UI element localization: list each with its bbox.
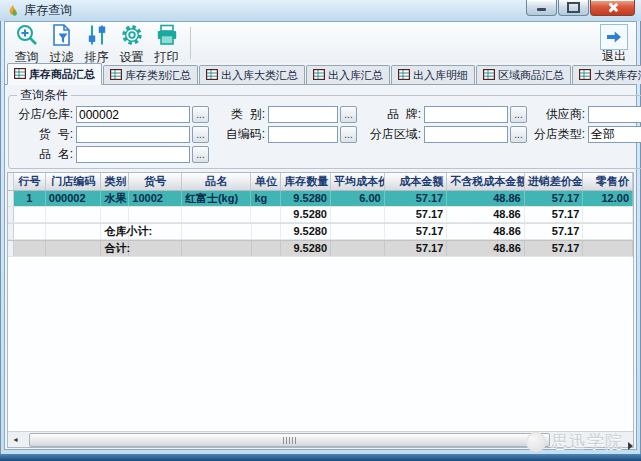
brand-browse-button[interactable]: ... (510, 106, 527, 123)
grid-header: 行号门店编码类别货号品名单位库存数量平均成本价成本金额不含税成本金额进销差价金额… (8, 173, 633, 191)
exit-arrow-icon (600, 24, 628, 50)
table-row-selected[interactable]: 1000002水果10002红富士(kg)kg9.52806.0057.1748… (8, 191, 633, 207)
tab-grid-icon (398, 69, 410, 82)
cell-11 (583, 207, 633, 222)
cell-4 (182, 224, 252, 239)
tab-grid-icon (313, 69, 325, 82)
cell-0 (14, 224, 46, 239)
subtotal-row[interactable]: 仓库小计:9.528057.1748.8657.17 (8, 223, 633, 240)
custom-code-browse-button[interactable]: ... (340, 126, 357, 143)
store-warehouse-browse-button[interactable]: ... (192, 106, 209, 123)
store-warehouse-label: 分店/仓库: (13, 106, 73, 123)
table-row[interactable]: 9.528057.1748.8657.17 (8, 207, 633, 223)
category-browse-button[interactable]: ... (340, 106, 357, 123)
cell-8: 57.17 (385, 224, 448, 239)
cell-3: 10002 (129, 191, 182, 206)
gear-icon (120, 23, 144, 51)
exit-label: 退出 (602, 50, 626, 63)
column-header-6[interactable]: 库存数量 (281, 173, 331, 190)
tab-grid-icon (579, 69, 591, 82)
store-type-input[interactable] (588, 126, 641, 143)
category-input[interactable] (268, 106, 338, 123)
column-header-5[interactable]: 单位 (251, 173, 281, 190)
column-header-10[interactable]: 进销差价金额 (525, 173, 584, 190)
tab-majorclass-stock-summary[interactable]: 大类库存汇总 (572, 65, 641, 84)
column-header-11[interactable]: 零售价 (583, 173, 633, 190)
exit-button[interactable]: 退出 (600, 24, 628, 63)
cell-11: 12.00 (583, 191, 633, 206)
app-window: 库存查询 查询过滤排序设置打印 退出 库存商品汇总库存类别汇总出入库大类汇总出入… (0, 0, 641, 461)
tab-inout-detail[interactable]: 出入库明细 (391, 65, 475, 84)
store-region-browse-button[interactable]: ... (510, 126, 527, 143)
cell-2: 合计: (101, 241, 129, 256)
toolbar-button-label: 过滤 (50, 51, 74, 64)
supplier-input[interactable] (588, 106, 641, 123)
toolbar-button-query[interactable]: 查询 (9, 23, 44, 64)
minimize-icon (537, 8, 546, 11)
title-bar: 库存查询 (0, 0, 641, 21)
toolbar-buttons: 查询过滤排序设置打印 (9, 23, 184, 64)
cell-4: 红富士(kg) (182, 191, 252, 206)
cell-10: 57.17 (525, 241, 584, 256)
tab-inout-summary[interactable]: 出入库汇总 (306, 65, 390, 84)
item-no-input[interactable] (76, 126, 190, 143)
tab-label: 出入库大类汇总 (221, 68, 298, 83)
window-controls (526, 0, 635, 21)
query-row: 品 名:... (13, 145, 641, 164)
close-button[interactable] (590, 0, 635, 16)
grid-body: 1000002水果10002红富士(kg)kg9.52806.0057.1748… (8, 191, 633, 257)
cell-11 (583, 241, 633, 256)
tab-stock-product-summary[interactable]: 库存商品汇总 (7, 63, 102, 85)
scrollbar-thumb[interactable] (29, 433, 550, 447)
cell-9: 48.86 (447, 241, 524, 256)
brand-input[interactable] (424, 106, 508, 123)
product-name-label: 品 名: (13, 146, 73, 163)
tab-region-product-summary[interactable]: 区域商品汇总 (476, 65, 571, 84)
total-row[interactable]: 合计:9.528057.1748.8657.17 (8, 240, 633, 257)
query-rows: 分店/仓库:...类 别:...品 牌:...供应商:...✓货 号:...自编… (13, 105, 641, 164)
watermark: 思迅学院 (526, 430, 633, 453)
scroll-left-arrow-icon[interactable]: ◂ (8, 432, 23, 447)
store-type-label: 分店类型: (533, 126, 585, 143)
product-name-input[interactable] (76, 146, 190, 163)
store-region-label: 分店区域: (363, 126, 421, 143)
toolbar-button-filter[interactable]: 过滤 (44, 23, 79, 64)
filter-doc-icon (50, 23, 74, 51)
column-header-2[interactable]: 类别 (101, 173, 129, 190)
cell-9: 48.86 (447, 207, 524, 222)
column-header-7[interactable]: 平均成本价 (331, 173, 385, 190)
column-header-4[interactable]: 品名 (182, 173, 252, 190)
search-plus-icon (15, 23, 39, 51)
minimize-button[interactable] (526, 0, 557, 16)
store-warehouse-input[interactable] (76, 106, 190, 123)
column-header-3[interactable]: 货号 (129, 173, 182, 190)
product-name-browse-button[interactable]: ... (192, 146, 209, 163)
column-header-8[interactable]: 成本金额 (385, 173, 448, 190)
cell-6: 9.5280 (281, 191, 331, 206)
query-legend: 查询条件 (17, 87, 71, 104)
cell-1: 000002 (46, 191, 102, 206)
store-region-input[interactable] (424, 126, 508, 143)
tab-grid-icon (14, 68, 26, 81)
tab-stock-category-summary[interactable]: 库存类别汇总 (103, 65, 198, 84)
tab-label: 区域商品汇总 (498, 68, 564, 83)
toolbar: 查询过滤排序设置打印 退出 (5, 22, 636, 63)
maximize-button[interactable] (558, 0, 589, 16)
toolbar-button-settings[interactable]: 设置 (114, 23, 149, 64)
cell-8: 57.17 (385, 207, 448, 222)
item-no-browse-button[interactable]: ... (192, 126, 209, 143)
client-area: 查询过滤排序设置打印 退出 库存商品汇总库存类别汇总出入库大类汇总出入库汇总出入… (4, 21, 637, 450)
toolbar-button-label: 设置 (120, 51, 144, 64)
grid-empty-area (8, 257, 633, 431)
toolbar-separator (190, 27, 191, 59)
item-no-label: 货 号: (13, 126, 73, 143)
cell-4 (182, 207, 252, 222)
cell-1 (46, 241, 102, 256)
column-header-0[interactable]: 行号 (14, 173, 46, 190)
tab-inout-majorclass-summary[interactable]: 出入库大类汇总 (199, 65, 305, 84)
custom-code-input[interactable] (268, 126, 338, 143)
toolbar-button-print[interactable]: 打印 (149, 23, 184, 64)
column-header-9[interactable]: 不含税成本金额 (447, 173, 524, 190)
column-header-1[interactable]: 门店编码 (46, 173, 102, 190)
toolbar-button-sort[interactable]: 排序 (79, 23, 114, 64)
